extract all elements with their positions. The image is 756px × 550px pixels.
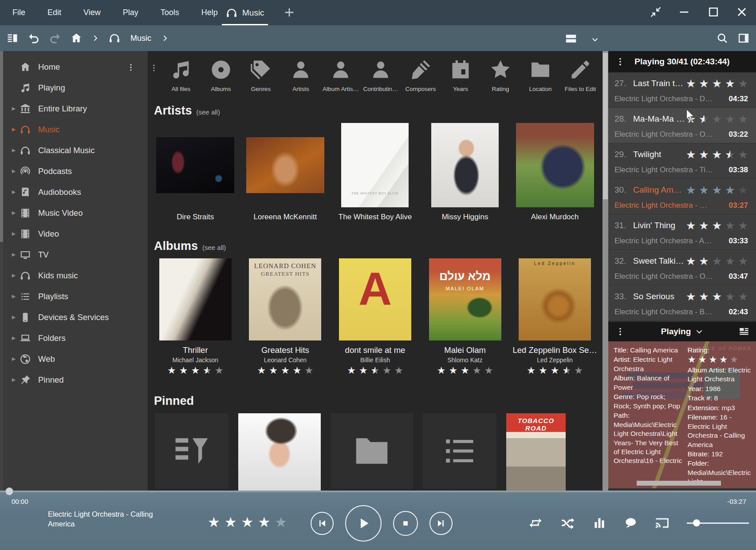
albums-see-all-link[interactable]: (see all) bbox=[202, 244, 226, 251]
star-rating[interactable]: ★★★★★★ bbox=[347, 366, 403, 376]
expand-arrow-icon[interactable]: ▶ bbox=[8, 335, 20, 341]
details-horizontal-scrollbar[interactable] bbox=[637, 481, 721, 486]
artist-image[interactable] bbox=[431, 123, 499, 207]
panel-toggle-button[interactable] bbox=[6, 32, 19, 44]
sidebar-scrollbar[interactable] bbox=[0, 51, 3, 491]
facet-all-files[interactable]: All files bbox=[161, 58, 201, 92]
expand-arrow-icon[interactable]: ▶ bbox=[8, 210, 20, 216]
queue-track-32[interactable]: 32. Sweet Talkin' … ★★★★★ Electric Light… bbox=[608, 250, 756, 285]
album-cover[interactable]: LEONARD COHENGREATEST HITS bbox=[249, 258, 321, 340]
expand-arrow-icon[interactable]: ▶ bbox=[8, 231, 20, 237]
pinned-item-folder[interactable] bbox=[331, 413, 413, 489]
menu-edit[interactable]: Edit bbox=[45, 6, 64, 19]
seek-handle[interactable] bbox=[5, 487, 13, 495]
sidebar-item-podcasts[interactable]: ▶ Podcasts bbox=[4, 161, 148, 182]
star-rating[interactable]: ★★★★★ bbox=[257, 366, 314, 376]
forward-button[interactable] bbox=[49, 32, 61, 44]
star-rating[interactable]: ★★★★★★ bbox=[686, 149, 750, 160]
facet-contributin[interactable]: Contributin… bbox=[361, 58, 401, 92]
queue-track-28[interactable]: 28. Ma-Ma-Ma B… ★★★★★★ Electric Light Or… bbox=[608, 108, 756, 143]
visualizer-button[interactable] bbox=[623, 515, 638, 530]
np-menu-icon[interactable] bbox=[615, 327, 625, 336]
star-rating[interactable]: ★★★★★★ bbox=[527, 366, 583, 376]
artist-image[interactable] bbox=[516, 123, 594, 207]
sidebar-item-audiobooks[interactable]: ▶ Audiobooks bbox=[4, 182, 148, 202]
queue-track-30[interactable]: 30. Calling Amer… ★★★★★ Electric Light O… bbox=[608, 179, 756, 214]
artist-image[interactable] bbox=[156, 137, 234, 193]
new-tab-button[interactable] bbox=[283, 6, 295, 19]
artist-image[interactable] bbox=[246, 137, 324, 193]
expand-arrow-icon[interactable]: ▶ bbox=[8, 106, 20, 111]
queue-track-31[interactable]: 31. Livin' Thing ★★★★★ Electric Light Or… bbox=[608, 214, 756, 250]
star-rating[interactable]: ★★★★★ bbox=[686, 256, 750, 267]
queue-track-33[interactable]: 33. So Serious ★★★★★ Electric Light Orch… bbox=[608, 285, 756, 321]
expand-arrow-icon[interactable]: ▶ bbox=[8, 273, 20, 278]
album-card-led-zeppelin-box-se[interactable]: Led Zeppelin Led Zeppelin Box Se… Led Ze… bbox=[510, 258, 600, 376]
expand-arrow-icon[interactable]: ▶ bbox=[8, 168, 20, 174]
star-rating[interactable]: ★★★★★ bbox=[686, 78, 750, 89]
sidebar-item-entire-library[interactable]: ▶ Entire Library bbox=[4, 98, 148, 119]
sidebar-item-classical-music[interactable]: ▶ Classical Music bbox=[4, 140, 148, 161]
pinned-item-tobacco-road[interactable]: TOBACCO ROAD bbox=[506, 413, 566, 491]
equalizer-button[interactable] bbox=[592, 515, 607, 530]
compact-mode-button[interactable] bbox=[650, 6, 662, 18]
close-button[interactable] bbox=[736, 6, 748, 18]
facet-album-artis[interactable]: Album Artis… bbox=[321, 58, 361, 92]
play-button[interactable] bbox=[345, 505, 382, 542]
maximize-button[interactable] bbox=[707, 6, 720, 18]
menu-help[interactable]: Help bbox=[199, 6, 220, 19]
previous-button[interactable] bbox=[311, 512, 334, 535]
seek-bar[interactable] bbox=[0, 491, 756, 492]
star-rating[interactable]: ★★★★★ bbox=[686, 220, 750, 231]
sidebar-item-web[interactable]: ▶ Web bbox=[4, 348, 148, 369]
facet-rating[interactable]: Rating bbox=[480, 58, 520, 92]
album-cover[interactable]: מלא עולםMALEI OLAM bbox=[429, 258, 501, 340]
sidebar-item-music[interactable]: ▶ Music bbox=[4, 119, 148, 140]
facet-artists[interactable]: Artists bbox=[281, 58, 321, 92]
breadcrumb-music-icon[interactable] bbox=[108, 32, 121, 44]
pinned-item-playlist[interactable] bbox=[423, 413, 496, 489]
album-cover[interactable] bbox=[159, 258, 232, 340]
artist-card-alexi-murdoch[interactable]: Alexi Murdoch bbox=[510, 123, 600, 222]
album-cover[interactable]: Led Zeppelin bbox=[519, 258, 591, 340]
expand-arrow-icon[interactable]: ▶ bbox=[8, 293, 20, 299]
star-rating[interactable]: ★★★★★ bbox=[437, 366, 493, 376]
facet-composers[interactable]: Composers bbox=[401, 58, 441, 92]
view-mode-dropdown[interactable] bbox=[591, 35, 599, 44]
sidebar-item-playlists[interactable]: ▶ Playlists bbox=[4, 286, 148, 307]
cast-button[interactable] bbox=[654, 515, 669, 530]
queue-track-29[interactable]: 29. Twilight ★★★★★★ Electric Light Orche… bbox=[608, 143, 756, 179]
facet-genres[interactable]: Genres bbox=[241, 58, 281, 92]
back-button[interactable] bbox=[28, 32, 40, 44]
sidebar-item-kids-music[interactable]: ▶ Kids music bbox=[4, 265, 148, 286]
star-rating[interactable]: ★★★★★★ bbox=[167, 366, 224, 376]
facet-years[interactable]: Years bbox=[441, 58, 480, 92]
stop-button[interactable] bbox=[393, 511, 418, 536]
chevron-down-icon[interactable] bbox=[695, 328, 703, 336]
sidebar-item-music-video[interactable]: ▶ Music Video bbox=[4, 202, 148, 223]
queue-track-27[interactable]: 27. Last Train to … ★★★★★ Electric Light… bbox=[608, 72, 756, 108]
artist-card-loreena-mckennitt[interactable]: Loreena McKennitt bbox=[240, 123, 331, 222]
album-card-greatest-hits[interactable]: LEONARD COHENGREATEST HITS Greatest Hits… bbox=[240, 258, 331, 376]
repeat-button[interactable] bbox=[528, 515, 543, 530]
artist-image[interactable]: THE WHITEST BOY ALIVE bbox=[341, 123, 409, 207]
item-menu-icon[interactable] bbox=[126, 62, 135, 71]
menu-play[interactable]: Play bbox=[120, 6, 141, 19]
np-view-button[interactable] bbox=[738, 326, 750, 337]
album-card-dont-smile-at-me[interactable]: A dont smile at me Billie Eilish ★★★★★★ bbox=[330, 258, 420, 376]
star-rating[interactable]: ★★★★★ bbox=[686, 185, 750, 196]
menu-view[interactable]: View bbox=[81, 6, 103, 19]
star-rating[interactable]: ★★★★★ bbox=[208, 515, 287, 529]
star-rating[interactable]: ★★★★★ bbox=[686, 291, 750, 302]
volume-handle[interactable] bbox=[693, 519, 700, 526]
pinned-item-auto-playlist[interactable] bbox=[155, 413, 228, 489]
artists-see-all-link[interactable]: (see all) bbox=[197, 108, 220, 116]
expand-arrow-icon[interactable]: ▶ bbox=[8, 377, 20, 383]
layout-button[interactable] bbox=[737, 32, 750, 44]
sidebar-item-playing[interactable]: Playing bbox=[4, 77, 148, 98]
artist-card-dire-straits[interactable]: Dire Straits bbox=[150, 123, 240, 222]
home-button[interactable] bbox=[70, 32, 83, 44]
next-button[interactable] bbox=[429, 512, 453, 535]
expand-arrow-icon[interactable]: ▶ bbox=[8, 127, 20, 132]
queue-menu-icon[interactable] bbox=[615, 57, 625, 67]
